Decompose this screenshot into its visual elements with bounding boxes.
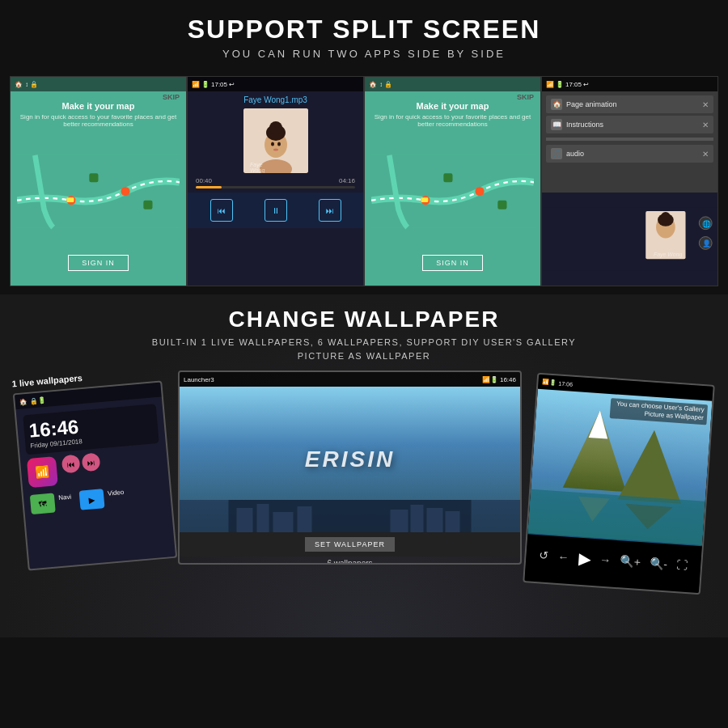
music-controls-launcher: ⏮ ⏭ xyxy=(61,452,101,473)
wallpaper-demo-1: 1 live wallpapers 🏠 🔒🔋 16:46 Friday 09/1… xyxy=(13,380,177,570)
app-icon-pink[interactable]: 📶 xyxy=(27,456,58,488)
set-wallpaper-container: SET WALLPAPER xyxy=(180,532,520,557)
music-time: 17:05 xyxy=(211,81,227,88)
page-animation-label: Page animation xyxy=(566,100,698,108)
clock-day: Friday xyxy=(30,441,49,450)
close-icon-inst[interactable]: ✕ xyxy=(702,121,709,129)
app-switcher-status: 📶 🔋 17:05 ↩ xyxy=(542,77,717,91)
skip-btn-1[interactable]: SKIP xyxy=(163,93,180,101)
bottom-app-row: 🗺 Navi ▶ Video xyxy=(30,484,164,514)
back-icon-g[interactable]: ← xyxy=(557,550,569,564)
play-btn[interactable]: ⏸ xyxy=(265,199,287,222)
svg-rect-37 xyxy=(298,506,312,532)
prev-btn[interactable]: ⏮ xyxy=(210,199,233,222)
app-switcher-panel: 📶 🔋 17:05 ↩ 🏠 Page animation ✕ 📖 Instruc… xyxy=(541,76,718,286)
forward-icon-g[interactable]: → xyxy=(599,553,612,567)
svg-rect-40 xyxy=(427,508,443,532)
city-svg xyxy=(180,500,520,532)
svg-rect-36 xyxy=(273,512,294,532)
svg-rect-23 xyxy=(542,207,717,271)
set-wallpaper-btn[interactable]: SET WALLPAPER xyxy=(305,537,395,552)
map-svg-1 xyxy=(17,132,180,251)
wifi-icon: 🔋 xyxy=(201,81,210,88)
clock-widget: 16:46 Friday 09/11/2018 xyxy=(23,404,159,455)
svg-point-19 xyxy=(475,187,484,196)
map-title-2: Make it your map xyxy=(417,101,489,111)
status-bar-1: 🏠 ↕ 🔒 xyxy=(11,77,186,91)
svg-point-13 xyxy=(277,142,281,146)
main-title: SUPPORT SPLIT SCREEN xyxy=(16,15,712,44)
gallery-bg: You can choose User's Gallery Picture as… xyxy=(527,389,712,547)
music-status-bar: 📶 🔋 17:05 ↩ xyxy=(188,77,363,91)
progress-section: 00:40 04:16 xyxy=(188,173,363,193)
launcher-screen: 🏠 🔒🔋 16:46 Friday 09/11/2018 xyxy=(13,380,177,570)
wallpaper-demo-2: Launcher3 📶🔋 16:46 ERISIN xyxy=(178,370,522,565)
svg-rect-3 xyxy=(89,173,98,182)
app-grid-item-1: 📶 xyxy=(27,456,58,488)
ctrl-circle-1[interactable]: ⏮ xyxy=(61,455,81,474)
app-item-instructions[interactable]: 📖 Instructions ✕ xyxy=(546,116,713,133)
next-btn[interactable]: ⏭ xyxy=(319,199,341,222)
audio-icon: 🎵 xyxy=(551,148,562,159)
close-icon-audio[interactable]: ✕ xyxy=(702,150,709,159)
map-subtitle-1: Sign in for quick access to your favorit… xyxy=(17,113,180,128)
svg-point-14 xyxy=(273,149,278,151)
map-subtitle-2: Sign in for quick access to your favorit… xyxy=(371,113,534,128)
bottom-section: CHANGE WALLPAPER BUILT-IN 1 LIVE WALLPAP… xyxy=(0,294,728,637)
demo1-wrapper: 1 live wallpapers 🏠 🔒🔋 16:46 Friday 09/1… xyxy=(13,380,177,570)
svg-text:👤: 👤 xyxy=(702,239,712,248)
navi-label: Navi xyxy=(58,493,73,512)
erisin-bg: ERISIN xyxy=(180,387,520,532)
fullscreen-icon[interactable]: ⛶ xyxy=(676,558,688,572)
progress-bar-fill xyxy=(196,186,222,188)
music-controls: ⏮ ⏸ ⏭ xyxy=(188,193,363,228)
e-app-name: Launcher3 xyxy=(184,376,214,383)
map-panel-2: 🏠 ↕ 🔒 SKIP Make it your map Sign in for … xyxy=(364,76,541,286)
app-item-audio[interactable]: 🎵 audio ✕ xyxy=(546,145,713,163)
sign-in-btn-2[interactable]: SIGN IN xyxy=(422,255,483,271)
top-section: SUPPORT SPLIT SCREEN YOU CAN RUN TWO APP… xyxy=(0,0,728,68)
album-art: Faye Wong xyxy=(243,108,308,173)
zoom-out-icon[interactable]: 🔍- xyxy=(650,557,668,570)
svg-rect-39 xyxy=(411,505,424,532)
map-content-2: SKIP Make it your map Sign in for quick … xyxy=(365,91,540,286)
ctrl-circle-2[interactable]: ⏭ xyxy=(82,452,101,472)
svg-rect-4 xyxy=(143,201,152,210)
signal-icon: 📶 xyxy=(546,81,554,88)
music-track-name: Faye Wong1.mp3 xyxy=(188,91,363,108)
rotate-icon[interactable]: ↺ xyxy=(539,548,549,562)
video-icon[interactable]: ▶ xyxy=(79,489,105,510)
home-icon-2: 🏠 xyxy=(369,81,377,88)
map-title-1: Make it your map xyxy=(62,101,135,111)
back-icon-as: ↩ xyxy=(583,81,589,88)
g-icons: 📶🔋 xyxy=(542,379,557,386)
g-time: 17:06 xyxy=(558,380,573,387)
separator xyxy=(546,138,713,141)
sign-in-btn-1[interactable]: SIGN IN xyxy=(68,255,129,271)
skip-btn-2[interactable]: SKIP xyxy=(517,93,534,101)
erisin-city xyxy=(180,500,520,532)
status-bar-2: 🏠 ↕ 🔒 xyxy=(365,77,540,91)
svg-rect-5 xyxy=(66,197,74,202)
erisin-status: Launcher3 📶🔋 16:46 xyxy=(180,372,520,387)
demo3-wrapper: 📶🔋 17:06 You can choose User's Gallery P… xyxy=(523,373,715,595)
time-total: 04:16 xyxy=(339,177,355,184)
progress-bar-bg[interactable] xyxy=(196,186,355,188)
wallpaper-demos: 1 live wallpapers 🏠 🔒🔋 16:46 Friday 09/1… xyxy=(20,370,708,629)
bt-icon: 📶 xyxy=(192,81,200,88)
wifi-icon-as: 🔋 xyxy=(556,81,564,88)
navi-icon[interactable]: 🗺 xyxy=(30,493,56,515)
play-icon-g[interactable]: ▶ xyxy=(578,548,591,569)
wallpaper-title: CHANGE WALLPAPER xyxy=(16,307,712,332)
app-item-page-animation[interactable]: 🏠 Page animation ✕ xyxy=(546,95,713,113)
map-visual-1 xyxy=(17,132,180,251)
audio-label: audio xyxy=(566,150,698,158)
video-label: Video xyxy=(108,489,125,508)
music-panel: 📶 🔋 17:05 ↩ Faye Wong1.mp3 xyxy=(187,76,364,286)
close-icon-pa[interactable]: ✕ xyxy=(702,100,709,109)
zoom-in-icon[interactable]: 🔍+ xyxy=(620,554,641,569)
svg-rect-34 xyxy=(237,508,253,532)
erisin-screen: Launcher3 📶🔋 16:46 ERISIN xyxy=(178,370,522,565)
e-icons: 📶🔋 xyxy=(482,376,498,383)
wallpaper-subtitle-text: BUILT-IN 1 LIVE WALLPAPERS, 6 WALLPAPERS… xyxy=(152,337,576,361)
